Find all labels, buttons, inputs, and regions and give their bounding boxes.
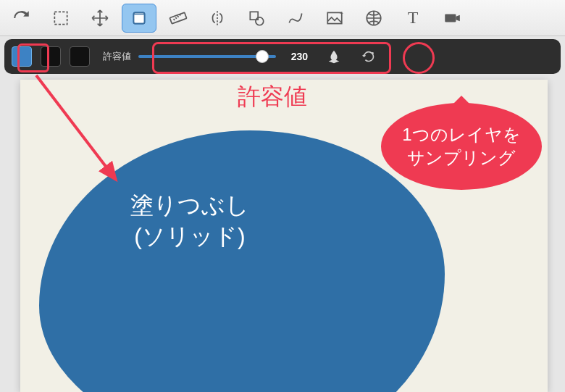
redo-tool[interactable] [4,4,39,33]
ruler-tool[interactable] [161,4,196,33]
curve-tool[interactable] [278,4,313,33]
bubble-line1: 1つのレイヤを [402,123,520,146]
annotation-tolerance-heading: 許容値 [238,81,307,113]
svg-text:+: + [340,9,344,17]
options-bar: 許容値 230 [4,39,561,74]
swatch-2[interactable] [41,46,61,67]
camera-tool[interactable] [435,4,469,33]
perspective-grid-tool[interactable] [356,4,391,33]
bubble-line2: サンプリング [402,146,520,170]
top-toolbar: + T [0,0,565,36]
svg-point-5 [256,17,264,25]
fill-color-swatch[interactable] [12,46,32,67]
svg-rect-3 [170,12,186,24]
tolerance-control: 許容値 230 [99,48,312,65]
svg-rect-0 [54,12,67,24]
tolerance-value: 230 [283,51,308,62]
shape-tool[interactable] [239,4,274,33]
annotation-bubble: 1つのレイヤを サンプリング [381,103,542,190]
sample-layer-button[interactable] [321,43,347,70]
svg-point-10 [372,52,374,54]
annotation-fill-label: 塗りつぶし (ソリッド) [130,190,249,252]
reset-button[interactable] [356,43,382,70]
tolerance-slider[interactable] [138,49,276,64]
move-tool[interactable] [83,4,117,33]
image-insert-tool[interactable]: + [317,4,352,33]
text-tool[interactable]: T [396,4,430,33]
tolerance-label: 許容値 [103,50,131,63]
filled-shape [39,130,445,392]
svg-rect-9 [445,14,456,22]
marquee-select-tool[interactable] [43,4,78,33]
swatch-3[interactable] [70,46,90,67]
fill-bucket-tool[interactable] [122,4,156,33]
symmetry-tool[interactable] [200,4,235,33]
